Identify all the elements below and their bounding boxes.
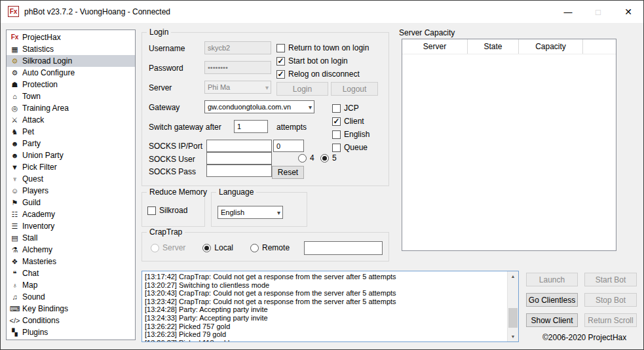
logout-button[interactable]: Logout (331, 82, 378, 96)
launch-button[interactable]: Launch (526, 273, 578, 286)
party-users-icon: ☻ (9, 138, 20, 149)
sidebar-item-label: Conditions (20, 316, 60, 325)
craptrap-legend: CrapTrap (147, 227, 185, 237)
login-button[interactable]: Login (276, 82, 328, 96)
sidebar-item-pick-filter[interactable]: ▼Pick Filter (7, 161, 135, 173)
sidebar-item-attack[interactable]: ⚔Attack (7, 114, 135, 126)
radio-icon (250, 244, 259, 252)
checkbox-client[interactable]: Client (332, 115, 369, 128)
scroll-thumb[interactable] (508, 308, 518, 328)
sidebar-item-masteries[interactable]: ❖Masteries (7, 256, 135, 267)
sidebar-item-academy[interactable]: ☷Academy (7, 208, 135, 220)
log-scrollbar[interactable]: ▲ ▼ (507, 271, 518, 341)
show-client-button[interactable]: Show Client (526, 313, 578, 327)
sidebar-item-guild[interactable]: ⚑Guild (7, 197, 135, 208)
training-area-target-icon: ◎ (9, 102, 20, 114)
sidebar-item-alchemy[interactable]: ⚗Alchemy (7, 244, 135, 256)
socks-user-input[interactable] (206, 152, 272, 165)
socks-port-input[interactable] (273, 140, 304, 152)
sidebar-item-label: Players (20, 186, 48, 195)
sidebar-item-sound[interactable]: ♫Sound (7, 291, 135, 303)
return-scroll-button[interactable]: Return Scroll (584, 313, 637, 327)
sidebar-item-party[interactable]: ☻Party (7, 138, 135, 149)
checkbox-icon (147, 206, 156, 215)
go-clientless-button[interactable]: Go Clientless (526, 293, 578, 307)
language-group: Language English ▾ (211, 192, 307, 227)
log-entry: [13:26:22] Picked 757 gold (145, 322, 506, 331)
server-select[interactable]: Phi Ma ▾ (204, 81, 271, 94)
sidebar-item-silkroad-login[interactable]: ⚙Silkroad Login (7, 55, 135, 67)
silkroad-login-gear-icon: ⚙ (9, 55, 20, 67)
checkbox-jcp[interactable]: JCP (332, 102, 369, 115)
radio-socks4[interactable]: 4 (298, 153, 314, 163)
checkbox-relog-on-disconnect[interactable]: Relog on disconnect (276, 68, 369, 81)
log-list: [13:17:42] CrapTrap: Could not get a res… (145, 273, 506, 341)
column-header-server[interactable]: Server (402, 39, 468, 54)
sidebar-item-label: Statistics (20, 45, 54, 54)
radio-remote[interactable]: Remote (250, 243, 290, 252)
server-label: Server (149, 83, 172, 92)
sidebar-item-chat[interactable]: ❝Chat (7, 267, 135, 279)
checkbox-start-bot-on-login[interactable]: Start bot on login (276, 54, 369, 68)
sidebar-item-map[interactable]: ♁Map (7, 279, 135, 291)
craptrap-group: CrapTrap ServerLocalRemote (142, 232, 389, 262)
radio-icon (298, 154, 307, 163)
checkbox-queue[interactable]: Queue (332, 141, 369, 154)
titlebar[interactable]: Fx phBot v23.7.2 - VuongHoang - Connecte… (1, 1, 643, 23)
username-input[interactable] (204, 41, 271, 54)
conditions-code-icon: </> (9, 315, 20, 326)
sidebar-item-label: Pet (20, 127, 34, 136)
gateway-select[interactable]: gw.conduongtolua.com.vn ▾ (204, 100, 314, 113)
reset-button[interactable]: Reset (272, 166, 304, 179)
checkbox-label: Client (344, 117, 364, 126)
switch-gateway-input[interactable] (234, 120, 268, 133)
socks-pass-label: SOCKS Pass (149, 167, 196, 176)
radio-local[interactable]: Local (202, 243, 233, 252)
chat-bubble-icon: ❝ (9, 267, 20, 279)
sidebar-item-town[interactable]: ⌂Town (7, 90, 135, 102)
radio-socks5[interactable]: 5 (320, 153, 337, 163)
log-panel[interactable]: [13:17:42] CrapTrap: Could not get a res… (142, 271, 519, 342)
players-person-icon: ☺ (9, 185, 20, 197)
language-select[interactable]: English ▾ (218, 206, 283, 219)
column-header-state[interactable]: State (468, 39, 519, 54)
password-input[interactable] (204, 61, 271, 74)
close-button[interactable]: ✕ (613, 1, 643, 23)
language-legend: Language (216, 187, 256, 197)
sidebar-item-inventory[interactable]: ☰Inventory (7, 220, 135, 232)
sidebar-item-key-bindings[interactable]: ⌨Key Bindings (7, 303, 135, 315)
chevron-down-icon: ▾ (277, 209, 280, 216)
sidebar-item-stall[interactable]: ▤Stall (7, 232, 135, 244)
attack-sword-icon: ⚔ (9, 114, 20, 126)
sidebar-item-training-area[interactable]: ◎Training Area (7, 102, 135, 114)
sidebar-item-projecthax[interactable]: FxProjectHax (7, 31, 135, 43)
checkbox-silkroad[interactable]: Silkroad (147, 206, 187, 215)
socks-pass-input[interactable] (206, 165, 272, 177)
sidebar-item-union-party[interactable]: ☻Union Party (7, 149, 135, 161)
scroll-up-icon[interactable]: ▲ (508, 271, 518, 281)
craptrap-input[interactable] (304, 241, 383, 255)
sidebar-item-label: Town (20, 92, 41, 101)
sidebar-item-conditions[interactable]: </>Conditions (7, 315, 135, 326)
maximize-button: □ (583, 1, 613, 23)
sidebar-item-pet[interactable]: ♞Pet (7, 126, 135, 138)
sidebar-item-players[interactable]: ☺Players (7, 185, 135, 197)
sidebar-item-label: Inventory (20, 222, 54, 231)
start-bot-button[interactable]: Start Bot (584, 273, 637, 286)
radio-server[interactable]: Server (151, 243, 185, 252)
sidebar-item-plugins[interactable]: ▚Plugins (7, 326, 135, 338)
stop-bot-button[interactable]: Stop Bot (584, 293, 637, 307)
sidebar-item-quest[interactable]: ♆Quest (7, 173, 135, 185)
checkbox-english[interactable]: English (332, 128, 369, 141)
sidebar-item-statistics[interactable]: ▦Statistics (7, 43, 135, 55)
sidebar-item-protection[interactable]: ☗Protection (7, 79, 135, 90)
sidebar-item-label: Protection (20, 80, 58, 89)
socks-ip-input[interactable] (206, 140, 272, 152)
checkbox-return-to-town-on-login[interactable]: Return to town on login (276, 41, 369, 54)
language-select-value: English (221, 208, 244, 216)
minimize-button[interactable]: — (553, 1, 583, 23)
scroll-down-icon[interactable]: ▼ (508, 332, 518, 341)
sidebar-item-auto-configure[interactable]: ⚙Auto Configure (7, 67, 135, 79)
column-header-capacity[interactable]: Capacity (519, 39, 583, 54)
gateway-select-value: gw.conduongtolua.com.vn (208, 103, 291, 111)
